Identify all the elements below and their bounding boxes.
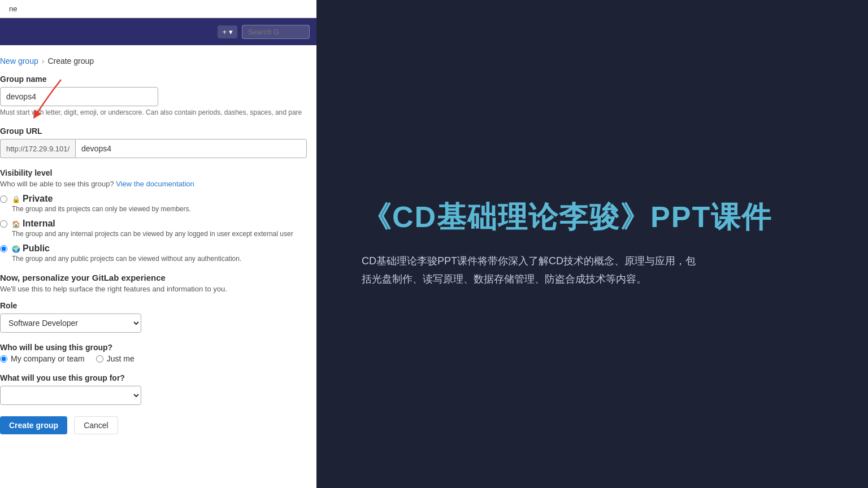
right-panel-body: CD基础理论李骏PPT课件将带你深入了解CD技术的概念、原理与应用，包括光盘制作…	[362, 252, 701, 289]
internal-icon	[12, 219, 20, 229]
just-me-label: Just me	[107, 354, 134, 363]
visibility-private-title: Private	[12, 194, 191, 204]
form-buttons: Create group Cancel	[0, 416, 316, 434]
visibility-internal-option: Internal The group and any internal proj…	[0, 219, 316, 238]
visibility-public-title: Public	[12, 243, 241, 254]
visibility-private-desc: The group and its projects can only be v…	[12, 205, 191, 213]
visibility-who-label: Who will be able to see this group?	[0, 180, 114, 188]
who-using-label: Who will be using this group?	[0, 343, 316, 352]
personalize-section: Now, personalize your GitLab experience …	[0, 273, 316, 405]
what-use-field: What will you use this group for? Projec…	[0, 373, 316, 405]
visibility-internal-details: Internal The group and any internal proj…	[12, 219, 293, 238]
who-using-field: Who will be using this group? My company…	[0, 343, 316, 363]
visibility-public-radio[interactable]	[0, 245, 7, 252]
plus-icon: +	[222, 28, 227, 36]
group-url-field: Group URL http://172.29.9.101/	[0, 127, 316, 158]
role-label: Role	[0, 301, 316, 310]
visibility-who-text: Who will be able to see this group? View…	[0, 180, 316, 188]
personalize-sub: We'll use this to help surface the right…	[0, 285, 316, 293]
my-company-label: My company or team	[11, 354, 85, 363]
group-name-field: Group name Must start with letter, digit…	[0, 75, 316, 116]
visibility-private-details: Private The group and its projects can o…	[12, 194, 191, 213]
top-bar-text: ne	[9, 5, 17, 13]
right-panel-title: 《CD基础理论李骏》PPT课件	[362, 199, 772, 234]
visibility-public-details: Public The group and any public projects…	[12, 243, 241, 263]
visibility-public-desc: The group and any public projects can be…	[12, 255, 241, 263]
group-url-label: Group URL	[0, 127, 316, 136]
dropdown-arrow-icon: ▾	[229, 28, 233, 36]
group-name-input[interactable]	[0, 87, 158, 106]
search-input[interactable]	[242, 25, 310, 39]
visibility-internal-title: Internal	[12, 219, 293, 229]
url-row: http://172.29.9.101/	[0, 139, 316, 158]
navbar: + ▾	[0, 18, 316, 45]
personalize-heading: Now, personalize your GitLab experience	[0, 273, 316, 282]
right-panel: 《CD基础理论李骏》PPT课件 CD基础理论李骏PPT课件将带你深入了解CD技术…	[316, 0, 868, 488]
url-prefix: http://172.29.9.101/	[0, 139, 75, 158]
what-use-select[interactable]: Project management DevOps Other	[0, 386, 141, 405]
role-field: Role Software Developer Developer DevOps…	[0, 301, 316, 333]
just-me-radio[interactable]	[96, 355, 103, 363]
just-me-option[interactable]: Just me	[96, 354, 134, 363]
visibility-internal-radio[interactable]	[0, 220, 7, 228]
breadcrumb: New group › Create group	[0, 56, 316, 75]
breadcrumb-separator: ›	[42, 56, 45, 66]
visibility-public-option: Public The group and any public projects…	[0, 243, 316, 263]
visibility-heading: Visibility level	[0, 168, 316, 177]
group-name-label: Group name	[0, 75, 316, 84]
visibility-private-option: Private The group and its projects can o…	[0, 194, 316, 213]
top-bar-partial: ne	[0, 0, 316, 18]
my-company-option[interactable]: My company or team	[0, 354, 85, 363]
left-panel: ne + ▾ New group › Create group	[0, 0, 316, 488]
public-icon	[12, 243, 20, 254]
visibility-private-radio[interactable]	[0, 195, 7, 203]
new-button[interactable]: + ▾	[218, 25, 237, 38]
what-use-label: What will you use this group for?	[0, 373, 316, 382]
view-documentation-link[interactable]: View the documentation	[116, 180, 194, 188]
lock-icon	[12, 194, 20, 204]
url-input[interactable]	[75, 139, 307, 158]
form-content: New group › Create group Group name Must…	[0, 45, 316, 488]
group-name-hint: Must start with letter, digit, emoji, or…	[0, 108, 305, 116]
role-select[interactable]: Software Developer Developer DevOps Engi…	[0, 313, 141, 333]
cancel-button[interactable]: Cancel	[74, 416, 118, 434]
my-company-radio[interactable]	[0, 355, 7, 363]
visibility-section: Visibility level Who will be able to see…	[0, 168, 316, 263]
breadcrumb-current: Create group	[47, 56, 94, 66]
create-group-button[interactable]: Create group	[0, 416, 67, 434]
breadcrumb-parent-link[interactable]: New group	[0, 56, 38, 66]
who-using-options: My company or team Just me	[0, 354, 316, 363]
visibility-internal-desc: The group and any internal projects can …	[12, 230, 293, 238]
